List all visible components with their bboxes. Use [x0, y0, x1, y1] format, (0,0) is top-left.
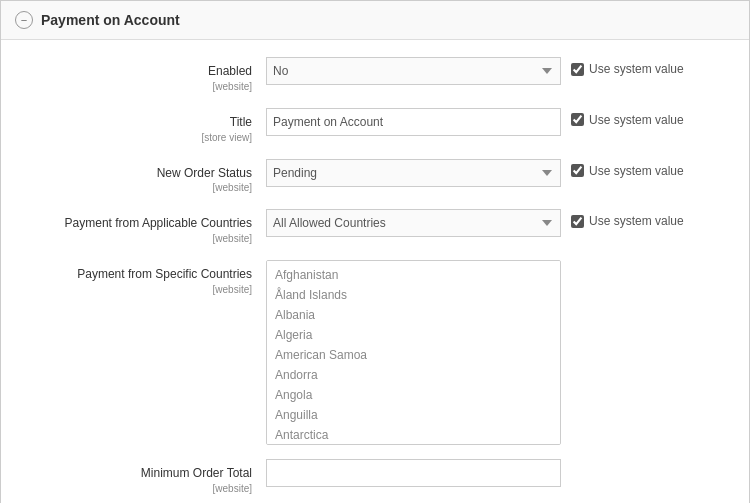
new-order-status-label: New Order Status [website]: [1, 159, 266, 196]
applicable-countries-use-system-checkbox[interactable]: [571, 215, 584, 228]
country-option-angola[interactable]: Angola: [267, 385, 560, 405]
minimum-order-total-row: Minimum Order Total [website]: [1, 452, 749, 503]
minimum-order-total-input[interactable]: [266, 459, 561, 487]
country-option-algeria[interactable]: Algeria: [267, 325, 560, 345]
applicable-countries-select[interactable]: All Allowed Countries Specific Countries: [266, 209, 561, 237]
country-option-american-samoa[interactable]: American Samoa: [267, 345, 560, 365]
country-option-anguilla[interactable]: Anguilla: [267, 405, 560, 425]
applicable-countries-use-system-value[interactable]: Use system value: [571, 209, 684, 228]
enabled-row: Enabled [website] No Yes Use system valu…: [1, 50, 749, 101]
enabled-label: Enabled [website]: [1, 57, 266, 94]
country-option-andorra[interactable]: Andorra: [267, 365, 560, 385]
new-order-status-select[interactable]: Pending Processing Complete: [266, 159, 561, 187]
enabled-select[interactable]: No Yes: [266, 57, 561, 85]
country-option-afghanistan[interactable]: Afghanistan: [267, 265, 560, 285]
section-title: Payment on Account: [41, 12, 180, 28]
section-header: − Payment on Account: [1, 1, 749, 40]
title-control-wrapper: Use system value: [266, 108, 749, 136]
specific-countries-label: Payment from Specific Countries [website…: [1, 260, 266, 297]
applicable-countries-row: Payment from Applicable Countries [websi…: [1, 202, 749, 253]
new-order-status-use-system-value[interactable]: Use system value: [571, 159, 684, 178]
applicable-countries-label: Payment from Applicable Countries [websi…: [1, 209, 266, 246]
title-use-system-checkbox[interactable]: [571, 113, 584, 126]
new-order-status-control-wrapper: Pending Processing Complete Use system v…: [266, 159, 749, 187]
specific-countries-row: Payment from Specific Countries [website…: [1, 253, 749, 452]
specific-countries-control-wrapper: Afghanistan Åland Islands Albania Algeri…: [266, 260, 749, 445]
title-input[interactable]: [266, 108, 561, 136]
form-body: Enabled [website] No Yes Use system valu…: [1, 40, 749, 503]
enabled-control-wrapper: No Yes Use system value: [266, 57, 749, 85]
title-use-system-value[interactable]: Use system value: [571, 108, 684, 127]
collapse-icon[interactable]: −: [15, 11, 33, 29]
minimum-order-total-label: Minimum Order Total [website]: [1, 459, 266, 496]
enabled-use-system-value[interactable]: Use system value: [571, 57, 684, 76]
title-label: Title [store view]: [1, 108, 266, 145]
enabled-use-system-checkbox[interactable]: [571, 63, 584, 76]
applicable-countries-control-wrapper: All Allowed Countries Specific Countries…: [266, 209, 749, 237]
country-option-aland-islands[interactable]: Åland Islands: [267, 285, 560, 305]
title-row: Title [store view] Use system value: [1, 101, 749, 152]
country-option-albania[interactable]: Albania: [267, 305, 560, 325]
page-wrapper: − Payment on Account Enabled [website] N…: [0, 0, 750, 503]
specific-countries-listbox[interactable]: Afghanistan Åland Islands Albania Algeri…: [266, 260, 561, 445]
country-option-antarctica[interactable]: Antarctica: [267, 425, 560, 445]
minimum-order-total-control-wrapper: [266, 459, 749, 487]
new-order-status-row: New Order Status [website] Pending Proce…: [1, 152, 749, 203]
new-order-status-use-system-checkbox[interactable]: [571, 164, 584, 177]
